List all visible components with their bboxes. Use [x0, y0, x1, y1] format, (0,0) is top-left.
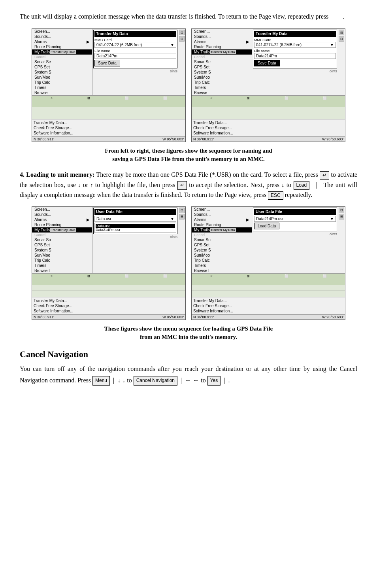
menu-item-cancel2: Cancel	[192, 55, 252, 59]
menu-item-gps2: GPS Set	[192, 64, 252, 70]
menu-item-screen4: Screen...	[192, 207, 252, 212]
menu-item-trip4: Trip Calc	[192, 258, 252, 263]
icon-top-right-5: ⊡	[179, 208, 185, 213]
icon-top-right-4: ⊟	[339, 36, 344, 42]
cancel-nav-button[interactable]: Cancel Navigation	[134, 376, 177, 386]
menu-item-browse2: Browse	[192, 90, 252, 95]
map-area-2: ☆ ⊞ ⬜ ⬜	[192, 95, 345, 119]
file-name-value2: Data214Pm	[254, 53, 336, 59]
section4-text: 4. Loading to unit memory: There may be …	[20, 170, 357, 200]
menu-button[interactable]: Menu	[92, 376, 110, 386]
bottom-menu-3: Transfer My Data... Check Free Storage..…	[32, 297, 185, 314]
file-list-item-1: Data.usr	[96, 224, 175, 228]
icon-top-right-8: ⊟	[339, 214, 344, 219]
icon-top-right-2: ⊟	[179, 36, 185, 42]
save-data-button[interactable]: Save Data	[94, 60, 120, 66]
menu-item-sun2: Sun/Moo	[192, 75, 252, 80]
menu-item-timers4: Timers	[192, 263, 252, 268]
mmc-dropdown[interactable]: 041-0274-22 (6.2MB free) ▼	[94, 42, 176, 48]
intro-paragraph: The unit will display a completion messa…	[20, 12, 357, 21]
enter-button-2[interactable]: ↵	[177, 181, 187, 189]
icon-top-right-7: ⊡	[339, 208, 344, 213]
menu-item-cancel4: Cancel	[192, 233, 252, 237]
menu-item-sounds4: Sounds...	[192, 212, 252, 217]
menu-item-sun3: Sun/Moo	[32, 253, 92, 258]
bottom-menu-1: Transfer My Data... Check Free Storage..…	[32, 119, 185, 136]
menu-item-sun4: Sun/Moo	[192, 253, 252, 258]
map-area-4: ☆ ⊞ ⬜ ⬜	[192, 273, 345, 297]
load-data-button[interactable]: Load Data	[254, 223, 279, 229]
map-area-1: ☆ ⊞ ⬜ ⬜	[32, 95, 185, 119]
menu-item-route4: Route Planning	[192, 222, 252, 227]
menu-item-alarms3: Alarms ▶	[32, 217, 92, 222]
menu-item-sounds3: Sounds...	[32, 212, 92, 217]
menu-item-alarms2: Alarms ▶	[192, 39, 252, 44]
points-label: oints	[93, 69, 177, 73]
menu-item-sonar: Sonar Se	[32, 59, 92, 64]
bottom-menu-4: Transfer My Data... Check Free Storage..…	[192, 297, 345, 314]
caption-bottom: These figures show the menu sequence for…	[20, 325, 357, 341]
menu-item-trip: Trip Calc	[32, 80, 92, 85]
caption-top: From left to right, these figures show t…	[20, 147, 357, 163]
popup-title-load2: User Data File	[254, 209, 336, 215]
icon-top-right-1: ⊡	[179, 30, 185, 35]
save-data-button2[interactable]: Save Data	[254, 60, 280, 66]
menu-item-mytrails2: My Trails Transfer My Data	[192, 49, 252, 55]
save-screen-2: Screen... Sounds... Alarms ▶ Route Plann…	[191, 28, 345, 142]
load-sequence-figures: Screen... Sounds... Alarms ▶ Route Plann…	[20, 206, 357, 320]
status-bar-1: N 36°08.911' W 95°50.603'	[32, 136, 185, 142]
menu-item-timers: Timers	[32, 85, 92, 90]
save-sequence-figures: Screen... Sounds... Alarms ▶ Route Plann…	[20, 28, 357, 142]
menu-item-gps: GPS Set	[32, 64, 92, 70]
menu-item-gps4: GPS Set	[192, 242, 252, 248]
menu-item-trip3: Trip Calc	[32, 258, 92, 263]
menu-item-screen: Screen...	[32, 29, 92, 34]
menu-item-system: System S	[32, 70, 92, 75]
menu-item-sounds2: Sounds...	[192, 34, 252, 39]
mmc-dropdown2[interactable]: 041-0274-22 (6.2MB free) ▼	[254, 42, 336, 48]
yes-button[interactable]: Yes	[207, 376, 221, 386]
menu-item-gps3: GPS Set	[32, 242, 92, 248]
cancel-nav-text: You can turn off any of the navigation c…	[20, 363, 357, 386]
popup-title-load: User Data File	[94, 209, 176, 215]
points-label3: oints	[93, 235, 177, 239]
status-bar-4: N 36°08.911' W 95°50.603'	[192, 314, 345, 320]
load-screen-2: Screen... Sounds... Alarms ▶ Route Plann…	[191, 206, 345, 320]
menu-item-sun: Sun/Moo	[32, 75, 92, 80]
save-screen-1: Screen... Sounds... Alarms ▶ Route Plann…	[32, 28, 186, 142]
menu-item-screen3: Screen...	[32, 207, 92, 212]
icon-top-right-3: ⊡	[339, 30, 344, 35]
menu-item-screen2: Screen...	[192, 29, 252, 34]
menu-item-mytrails4: My Trails Transfer My Data	[192, 227, 252, 233]
menu-item-browse: Browse	[32, 90, 92, 95]
file-name-value: Data214Pm	[94, 53, 176, 59]
popup-title-save2: Transfer My Data	[254, 31, 336, 37]
menu-item-mytrails: My Trails Transfer My Data	[32, 49, 92, 55]
menu-item-cancel: Cancel	[32, 55, 92, 59]
load-screen-1: Screen... Sounds... Alarms ▶ Route Plann…	[32, 206, 186, 320]
points-label4: oints	[253, 232, 337, 236]
icon-top-right-6: ⊟	[179, 214, 185, 219]
enter-button-1[interactable]: ↵	[320, 171, 329, 180]
menu-item-timers3: Timers	[32, 263, 92, 268]
menu-item-system3: System S	[32, 248, 92, 253]
bottom-menu-2: Transfer My Data... Check Free Storage..…	[192, 119, 345, 136]
menu-item-route2: Route Planning	[192, 44, 252, 49]
file-dropdown-load2[interactable]: Data214Pm.usr ▼	[254, 216, 336, 222]
status-bar-3: N 36°08.911' W 95°50.603'	[32, 314, 185, 320]
menu-item-alarms4: Alarms ▶	[192, 217, 252, 222]
cancel-nav-heading: Cancel Navigation	[20, 349, 357, 359]
menu-item-alarms: Alarms ▶	[32, 39, 92, 44]
mmc-label: MMC Card	[94, 38, 176, 42]
menu-item-route: Route Planning	[32, 44, 92, 49]
menu-item-sonar2: Sonar Se	[192, 59, 252, 64]
file-dropdown-load[interactable]: Data.usr ▼	[94, 216, 176, 222]
menu-item-browse4: Browse I	[192, 268, 252, 273]
menu-item-browse3: Browse I	[32, 268, 92, 273]
menu-item-route3: Route Planning	[32, 222, 92, 227]
menu-item-system2: System S	[192, 70, 252, 75]
file-name-label2: File name	[254, 49, 336, 53]
menu-item-system4: System S	[192, 248, 252, 253]
esc-button-1[interactable]: ESC	[268, 191, 283, 200]
load-inline[interactable]: Load	[294, 181, 310, 189]
